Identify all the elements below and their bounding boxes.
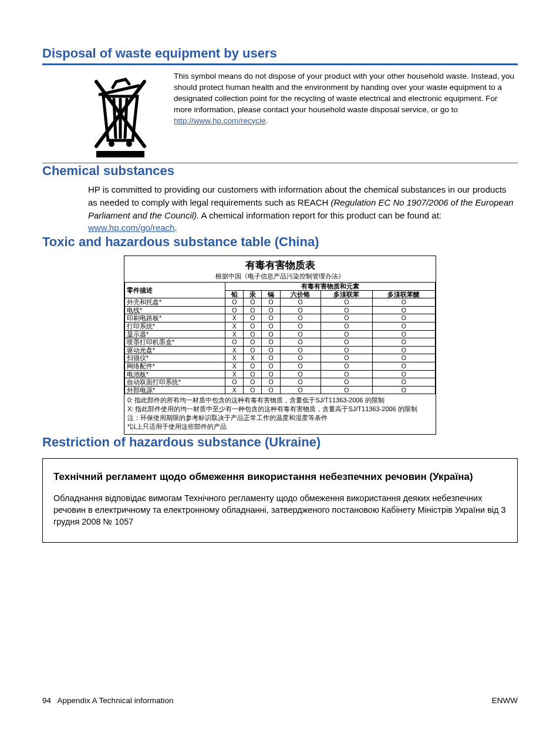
cell-value: O bbox=[372, 370, 435, 378]
cell-value: O bbox=[244, 298, 262, 307]
row-label: 喷墨打印机墨盒* bbox=[125, 338, 225, 347]
cell-value: X bbox=[225, 322, 244, 330]
cell-value: O bbox=[321, 330, 372, 338]
row-label: 显示器* bbox=[125, 330, 225, 338]
table-row: 电池板*XOOOOO bbox=[125, 370, 436, 378]
cell-value: O bbox=[280, 330, 321, 338]
cell-value: O bbox=[262, 346, 280, 354]
ukraine-box-body: Обладнання відповідає вимогам Технічного… bbox=[53, 492, 507, 528]
waste-text: This symbol means do not dispose of your… bbox=[174, 70, 518, 158]
ukraine-box: Технічний регламент щодо обмеження викор… bbox=[42, 458, 518, 543]
cell-value: O bbox=[280, 362, 321, 370]
cell-value: O bbox=[262, 306, 280, 314]
cell-value: O bbox=[244, 362, 262, 370]
row-label: 网络配件* bbox=[125, 362, 225, 370]
cell-value: O bbox=[321, 322, 372, 330]
col-sub: 多溴联苯 bbox=[321, 290, 372, 298]
col-sub: 汞 bbox=[244, 290, 262, 298]
table-row: 印刷电路板*XOOOOO bbox=[125, 314, 436, 322]
cell-value: O bbox=[280, 386, 321, 394]
cell-value: O bbox=[244, 306, 262, 314]
note3: 注：环保使用期限的参考标识取决于产品正常工作的温度和湿度等条件 bbox=[127, 414, 433, 422]
row-label: 外壳和托盘* bbox=[125, 298, 225, 307]
col-sub: 镉 bbox=[262, 290, 280, 298]
cell-value: O bbox=[372, 330, 435, 338]
cell-value: O bbox=[244, 330, 262, 338]
row-label: 外部电源* bbox=[125, 386, 225, 394]
toxic-table-wrap: 有毒有害物质表 根据中国《电子信息产品污染控制管理办法》 零件描述 有毒有害物质… bbox=[124, 256, 436, 435]
footer-left: Appendix A Technical information bbox=[58, 696, 174, 705]
cell-value: O bbox=[262, 322, 280, 330]
cell-value: O bbox=[244, 322, 262, 330]
note4: *以上只适用于使用这些部件的产品 bbox=[127, 422, 433, 431]
toxic-notes: 0: 指此部件的所有均一材质中包含的这种有毒有害物质，含量低于SJ/T11363… bbox=[124, 394, 436, 434]
page-footer: 94 Appendix A Technical information ENWW bbox=[42, 696, 518, 705]
cell-value: O bbox=[225, 306, 244, 314]
row-label: 扫描仪* bbox=[125, 354, 225, 362]
toxic-table: 零件描述 有毒有害物质和元素 铅汞镉六价铬多溴联苯多溴联苯醚 外壳和托盘*OOO… bbox=[124, 282, 436, 394]
cell-value: O bbox=[262, 338, 280, 347]
cell-value: O bbox=[244, 378, 262, 387]
cell-value: O bbox=[321, 346, 372, 354]
chemical-body: HP is committed to providing our custome… bbox=[42, 183, 518, 234]
cell-value: O bbox=[280, 306, 321, 314]
heading-ukraine: Restriction of hazardous substance (Ukra… bbox=[42, 435, 518, 450]
row-label: 打印系统* bbox=[125, 322, 225, 330]
cell-value: O bbox=[280, 370, 321, 378]
col-sub: 多溴联苯醚 bbox=[372, 290, 435, 298]
svg-point-4 bbox=[126, 141, 132, 147]
row-label: 自动双面打印系统* bbox=[125, 378, 225, 387]
cell-value: O bbox=[321, 306, 372, 314]
table-row: 网络配件*XOOOOO bbox=[125, 362, 436, 370]
recycle-link[interactable]: http://www.hp.com/recycle bbox=[174, 116, 266, 125]
cell-value: O bbox=[372, 306, 435, 314]
cell-value: X bbox=[225, 330, 244, 338]
cell-value: O bbox=[372, 322, 435, 330]
cell-value: O bbox=[262, 362, 280, 370]
cell-value: X bbox=[225, 370, 244, 378]
svg-rect-7 bbox=[96, 151, 144, 157]
cell-value: O bbox=[225, 298, 244, 307]
cell-value: O bbox=[321, 298, 372, 307]
cell-value: O bbox=[262, 298, 280, 307]
table-row: 扫描仪*XXOOOO bbox=[125, 354, 436, 362]
svg-point-3 bbox=[109, 141, 114, 147]
cell-value: O bbox=[321, 378, 372, 387]
cell-value: O bbox=[244, 346, 262, 354]
row-label: 电线* bbox=[125, 306, 225, 314]
toxic-table-sub: 根据中国《电子信息产品污染控制管理办法》 bbox=[124, 272, 436, 282]
weee-icon bbox=[88, 70, 153, 158]
table-row: 显示器*XOOOOO bbox=[125, 330, 436, 338]
footer-right: ENWW bbox=[492, 696, 518, 705]
cell-value: O bbox=[372, 338, 435, 347]
cell-value: O bbox=[262, 354, 280, 362]
table-row: 自动双面打印系统*OOOOOO bbox=[125, 378, 436, 387]
cell-value: O bbox=[225, 338, 244, 347]
cell-value: O bbox=[321, 386, 372, 394]
chem-mid: A chemical information report for this p… bbox=[199, 210, 441, 220]
cell-value: O bbox=[372, 386, 435, 394]
page-number: 94 bbox=[42, 696, 51, 705]
cell-value: O bbox=[372, 378, 435, 387]
cell-value: O bbox=[372, 314, 435, 322]
col-group: 有毒有害物质和元素 bbox=[225, 283, 436, 291]
cell-value: O bbox=[280, 314, 321, 322]
table-row: 驱动光盘*XOOOOO bbox=[125, 346, 436, 354]
cell-value: O bbox=[244, 370, 262, 378]
cell-value: X bbox=[225, 354, 244, 362]
col-desc: 零件描述 bbox=[125, 283, 225, 298]
heading-chemical: Chemical substances bbox=[42, 163, 518, 179]
chem-post: . bbox=[175, 223, 177, 233]
cell-value: O bbox=[262, 314, 280, 322]
reach-link[interactable]: www.hp.com/go/reach bbox=[88, 223, 175, 233]
cell-value: X bbox=[225, 346, 244, 354]
cell-value: X bbox=[225, 362, 244, 370]
cell-value: O bbox=[280, 298, 321, 307]
cell-value: O bbox=[372, 362, 435, 370]
cell-value: O bbox=[244, 386, 262, 394]
cell-value: O bbox=[321, 362, 372, 370]
waste-body-post: . bbox=[266, 116, 268, 125]
table-row: 喷墨打印机墨盒*OOOOOO bbox=[125, 338, 436, 347]
note2: X: 指此部件使用的均一材质中至少有一种包含的这种有毒有害物质，含量高于SJ/T… bbox=[127, 405, 433, 414]
cell-value: X bbox=[225, 386, 244, 394]
